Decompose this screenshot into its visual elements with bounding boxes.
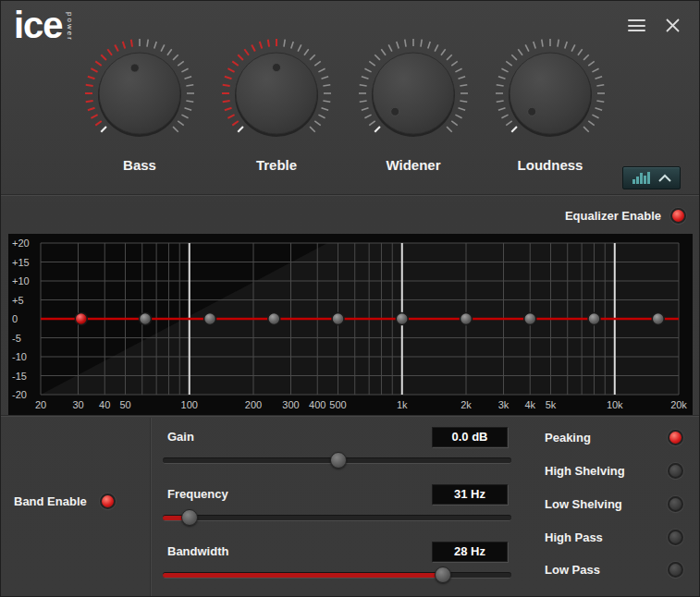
eq-band-handle-selected[interactable]	[75, 313, 87, 325]
bandwidth-value: 28 Hz	[432, 542, 508, 562]
gain-slider[interactable]	[163, 457, 511, 464]
knob-dial-treble[interactable]	[217, 34, 336, 152]
bandwidth-slider-fill	[163, 573, 442, 578]
knob-dial-bass[interactable]	[80, 34, 199, 152]
x-axis-tick-label: 400	[309, 399, 325, 410]
bandwidth-slider-row: Bandwidth28 Hz	[163, 544, 511, 597]
x-axis-tick-label: 200	[245, 399, 262, 410]
band-enable-control[interactable]: Band Enable	[14, 493, 116, 509]
x-axis-tick-label: 40	[99, 399, 110, 410]
filter-type-label-peaking: Peaking	[545, 431, 591, 445]
knob-loudness: Loudness	[482, 34, 619, 173]
knob-label-widener: Widener	[386, 157, 440, 173]
frequency-value: 31 Hz	[432, 484, 508, 505]
filter-type-radio-low-shelving[interactable]	[668, 496, 683, 512]
eq-band-handle[interactable]	[524, 313, 536, 325]
knob-position-dot	[130, 64, 139, 72]
knob-position-dot	[273, 64, 281, 72]
band-enable-led[interactable]	[100, 493, 116, 509]
icepower-app-window: ice power BassTrebleWidenerLoudness Equa…	[0, 0, 700, 597]
eq-band-handle[interactable]	[588, 313, 600, 325]
gain-slider-handle[interactable]	[330, 452, 347, 469]
filter-type-high-shelving[interactable]: High Shelving	[545, 461, 683, 480]
x-axis-tick-label: 20	[35, 399, 46, 410]
x-axis-tick-label: 500	[329, 399, 346, 410]
filter-type-radio-high-shelving[interactable]	[668, 463, 683, 479]
eq-band-handle[interactable]	[268, 313, 280, 325]
x-axis-tick-label: 100	[181, 399, 198, 410]
knob-label-bass: Bass	[123, 157, 156, 173]
eq-band-handle[interactable]	[396, 313, 408, 325]
knob-treble: Treble	[208, 34, 345, 173]
bandwidth-label: Bandwidth	[167, 544, 228, 558]
filter-type-high-pass[interactable]: High Pass	[545, 528, 683, 546]
frequency-slider-row: Frequency31 Hz	[163, 487, 511, 541]
knob-widener: Widener	[345, 34, 482, 173]
x-axis-tick-label: 5k	[546, 399, 557, 410]
y-axis-tick-label: 0	[12, 313, 18, 324]
gain-value: 0.0 dB	[432, 427, 508, 447]
close-icon	[663, 16, 683, 36]
filter-type-label-low-pass: Low Pass	[545, 563, 600, 577]
y-axis-tick-label: +5	[12, 295, 24, 306]
knob-position-dot	[528, 107, 536, 116]
frequency-slider-handle[interactable]	[181, 509, 198, 526]
band-panel-divider	[150, 418, 152, 596]
knob-position-dot	[391, 107, 399, 116]
x-axis-tick-label: 2k	[461, 399, 472, 410]
spectrum-view-button[interactable]	[622, 166, 681, 189]
section-divider-bottom	[1, 415, 700, 417]
frequency-label: Frequency	[167, 487, 228, 501]
bandwidth-slider-handle[interactable]	[435, 567, 451, 583]
filter-type-label-low-shelving: Low Shelving	[545, 497, 622, 511]
brand-name: ice	[14, 6, 63, 44]
filter-type-radio-high-pass[interactable]	[668, 530, 683, 545]
brand-logo: ice power	[14, 6, 74, 44]
equalizer-enable-control[interactable]: Equalizer Enable	[565, 208, 686, 224]
knob-dial-widener[interactable]	[354, 34, 473, 152]
x-axis-tick-label: 30	[72, 399, 83, 410]
x-axis-tick-label: 3k	[498, 399, 510, 410]
gain-slider-row: Gain0.0 dB	[163, 430, 511, 483]
knobs-row: BassTrebleWidenerLoudness	[71, 34, 619, 173]
filter-type-label-high-pass: High Pass	[545, 530, 603, 544]
knob-label-loudness: Loudness	[518, 157, 583, 173]
band-enable-label: Band Enable	[14, 494, 87, 508]
y-axis-tick-label: +15	[12, 257, 30, 268]
y-axis-tick-label: -20	[12, 389, 27, 400]
gain-label: Gain	[167, 430, 194, 444]
bandwidth-slider[interactable]	[163, 572, 511, 579]
filter-type-radio-low-pass[interactable]	[668, 562, 683, 578]
spectrum-analyzer-icon	[624, 168, 679, 188]
menu-button[interactable]	[628, 19, 645, 31]
x-axis-tick-label: 1k	[397, 399, 408, 410]
section-divider-top	[1, 194, 700, 196]
equalizer-enable-led[interactable]	[670, 208, 686, 224]
filter-type-radio-peaking[interactable]	[668, 430, 683, 445]
knob-bass: Bass	[71, 34, 208, 173]
eq-band-handle[interactable]	[332, 313, 344, 325]
hamburger-icon	[628, 19, 645, 21]
y-axis-tick-label: +20	[12, 238, 30, 249]
eq-band-handle[interactable]	[461, 313, 473, 325]
close-button[interactable]	[663, 16, 683, 36]
filter-type-low-shelving[interactable]: Low Shelving	[545, 494, 683, 513]
frequency-slider[interactable]	[163, 515, 511, 521]
x-axis-tick-label: 50	[119, 399, 130, 410]
eq-band-handle[interactable]	[652, 313, 664, 325]
filter-type-low-pass[interactable]: Low Pass	[545, 560, 683, 579]
chevron-up-icon	[659, 176, 670, 181]
y-axis-tick-label: -10	[12, 351, 27, 362]
eq-graph[interactable]: +20+15+10+50-5-10-15-2020304050100200300…	[8, 234, 693, 415]
knob-dial-loudness[interactable]	[491, 34, 609, 152]
x-axis-tick-label: 300	[282, 399, 299, 410]
filter-type-peaking[interactable]: Peaking	[545, 428, 683, 446]
y-axis-tick-label: -15	[12, 371, 27, 382]
x-axis-tick-label: 20k	[670, 399, 687, 410]
x-axis-tick-label: 4k	[524, 399, 535, 410]
eq-band-handle[interactable]	[204, 313, 216, 325]
x-axis-tick-label: 10k	[607, 399, 623, 410]
equalizer-enable-label: Equalizer Enable	[565, 209, 661, 223]
eq-band-handle[interactable]	[140, 313, 152, 325]
y-axis-tick-label: +10	[12, 275, 30, 286]
